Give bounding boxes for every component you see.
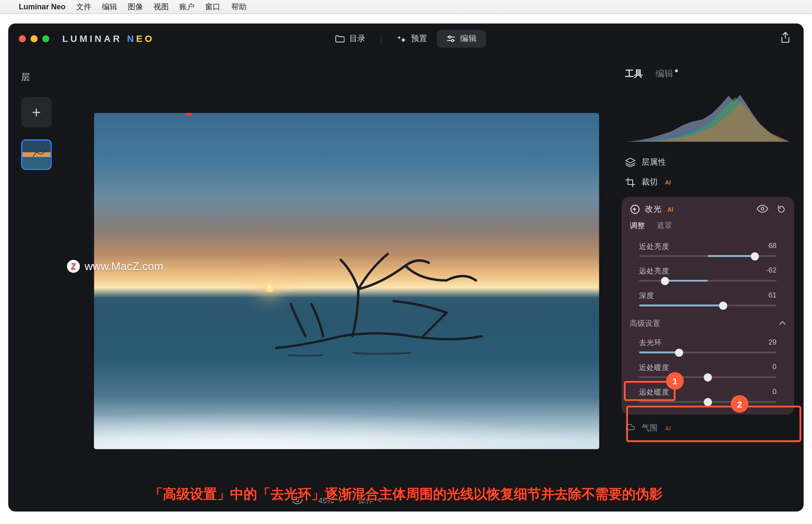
add-layer-button[interactable]: + — [21, 97, 52, 127]
zoom-dropdown[interactable]: 45% — [318, 496, 343, 505]
sliders-icon — [446, 35, 455, 43]
window-maximize-button[interactable] — [42, 35, 49, 42]
image-content — [94, 361, 599, 449]
slider-far-brightness[interactable]: 远处亮度-62 — [622, 263, 794, 287]
tool-crop[interactable]: 裁切 AI — [622, 172, 794, 192]
layers-heading: 层 — [21, 72, 59, 83]
slider-label: 远处暖度 — [639, 387, 669, 397]
tool-layer-properties[interactable]: 层属性 — [622, 152, 794, 172]
annotation-bubble-2: 2 — [731, 395, 749, 413]
advanced-settings-label: 高级设置 — [630, 318, 660, 328]
slider-far-warmth[interactable]: 远处暖度0 — [622, 384, 794, 408]
menu-file[interactable]: 文件 — [76, 1, 91, 12]
tool-atmosphere[interactable]: 气围 AI — [622, 418, 794, 438]
actions-label: 操作 — [358, 495, 373, 506]
slider-label: 远处亮度 — [639, 266, 669, 276]
menu-help[interactable]: 帮助 — [231, 1, 247, 12]
mac-menubar[interactable]: Luminar Neo 文件 编辑 图像 视图 账户 窗口 帮助 — [0, 0, 812, 14]
canvas-bottom-bar: 45% 操作 — [291, 495, 383, 506]
window-minimize-button[interactable] — [30, 35, 38, 42]
app-window: LUMINAR NEO 目录 预置 编辑 层 + — [8, 24, 804, 512]
layer-thumbnail[interactable] — [21, 139, 52, 170]
actions-dropdown[interactable]: 操作 — [358, 495, 383, 506]
annotation-bubble-1: 1 — [666, 372, 684, 390]
reset-button[interactable] — [776, 204, 786, 214]
slider-value: 29 — [768, 338, 776, 348]
toggle-visibility-button[interactable] — [757, 204, 768, 214]
logo-word1: LUMINAR — [62, 33, 122, 44]
mode-edit[interactable]: 编辑 — [437, 30, 486, 48]
svg-point-9 — [761, 207, 764, 210]
watermark: Z www.MacZ.com — [67, 260, 163, 273]
image-content — [270, 248, 517, 366]
canvas-area: Z www.MacZ.com 45% 操作 — [59, 54, 616, 512]
tool-relight-panel: 改光 AI 调整 遮罩 近处亮度68 — [622, 197, 794, 414]
mode-presets[interactable]: 预置 — [387, 30, 437, 48]
chevron-down-icon — [337, 498, 343, 502]
subtab-adjust[interactable]: 调整 — [630, 221, 645, 231]
tool-layer-properties-label: 层属性 — [642, 157, 666, 168]
svg-rect-6 — [22, 152, 52, 157]
mode-catalog[interactable]: 目录 — [326, 30, 375, 48]
mode-edit-label: 编辑 — [460, 33, 477, 44]
share-button[interactable] — [780, 32, 791, 44]
slider-depth[interactable]: 深度61 — [622, 287, 794, 312]
menubar-appname[interactable]: Luminar Neo — [19, 3, 65, 11]
clipping-indicator — [186, 113, 192, 116]
crop-icon — [625, 177, 636, 188]
slider-label: 去光环 — [639, 338, 662, 348]
tab-edits-label: 编辑 — [656, 68, 673, 78]
slider-label: 近处暖度 — [639, 363, 669, 373]
window-controls — [19, 35, 49, 42]
layers-sidebar: 层 + — [8, 54, 58, 512]
slider-value: 0 — [773, 363, 777, 373]
svg-point-7 — [296, 499, 299, 502]
tab-edits[interactable]: 编辑 — [656, 68, 673, 79]
watermark-icon: Z — [67, 260, 80, 273]
slider-value: 61 — [768, 291, 776, 301]
titlebar: LUMINAR NEO 目录 预置 编辑 — [8, 24, 804, 54]
menu-view[interactable]: 视图 — [154, 1, 169, 12]
slider-value: 0 — [773, 387, 777, 397]
ai-badge: AI — [665, 425, 671, 431]
mode-catalog-label: 目录 — [349, 33, 366, 44]
slider-label: 深度 — [639, 291, 654, 301]
histogram[interactable] — [626, 88, 790, 142]
panel-tabs: 工具 编辑 — [622, 68, 794, 79]
folder-icon — [335, 35, 344, 43]
logo-word2a: N — [127, 33, 136, 44]
separator — [381, 33, 381, 44]
slider-value: 68 — [768, 242, 776, 252]
right-panel: 工具 编辑 层属性 裁切 — [616, 54, 804, 512]
slider-near-warmth[interactable]: 近处暖度0 — [622, 359, 794, 384]
svg-rect-5 — [22, 156, 52, 170]
window-close-button[interactable] — [19, 35, 26, 42]
quick-preview-button[interactable] — [291, 496, 303, 504]
relight-icon — [630, 204, 640, 215]
sparkle-icon — [397, 35, 406, 43]
edits-indicator-dot — [675, 69, 678, 72]
svg-point-2 — [449, 36, 451, 38]
ai-badge: AI — [667, 206, 673, 212]
slider-near-brightness[interactable]: 近处亮度68 — [622, 238, 794, 263]
subtab-mask[interactable]: 遮罩 — [657, 221, 672, 231]
layers-icon — [625, 157, 636, 167]
menu-edit[interactable]: 编辑 — [102, 1, 117, 12]
tool-crop-label: 裁切 — [642, 177, 658, 188]
mode-presets-label: 预置 — [411, 33, 428, 44]
image-canvas[interactable] — [94, 113, 599, 450]
menu-image[interactable]: 图像 — [128, 1, 143, 12]
chevron-down-icon — [377, 498, 383, 502]
slider-value: -62 — [766, 266, 776, 276]
tab-tools[interactable]: 工具 — [625, 68, 643, 79]
zoom-value: 45% — [318, 496, 334, 505]
mode-switch: 目录 预置 编辑 — [326, 30, 486, 48]
menu-window[interactable]: 窗口 — [205, 1, 220, 12]
chevron-up-icon — [779, 320, 786, 326]
advanced-settings-toggle[interactable]: 高级设置 — [622, 312, 794, 335]
svg-point-3 — [452, 39, 454, 41]
menu-account[interactable]: 账户 — [179, 1, 195, 12]
slider-dehalo[interactable]: 去光环29 — [622, 334, 794, 359]
tool-relight-label: 改光 — [645, 204, 661, 215]
tool-atmosphere-label: 气围 — [642, 423, 658, 433]
